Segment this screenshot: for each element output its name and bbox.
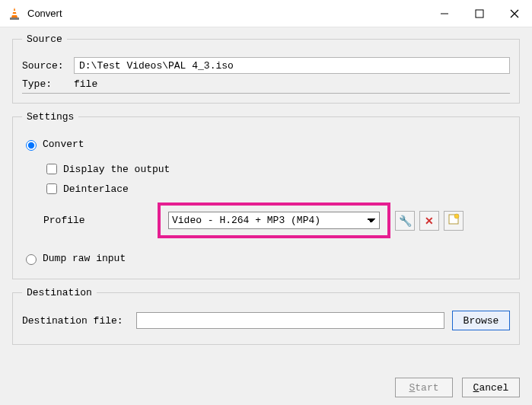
dump-raw-radio[interactable] bbox=[26, 254, 37, 265]
browse-button[interactable]: Browse bbox=[452, 311, 510, 330]
profile-label: Profile bbox=[43, 215, 158, 226]
svg-rect-2 bbox=[12, 14, 18, 15]
destination-legend: Destination bbox=[22, 287, 97, 298]
source-group: Source Source: D:\Test Videos\PAL 4_3.is… bbox=[12, 33, 520, 104]
destination-group: Destination Destination file: Browse bbox=[12, 287, 520, 345]
source-legend: Source bbox=[22, 33, 67, 45]
type-value: file bbox=[74, 78, 97, 90]
cancel-button[interactable]: Cancel bbox=[462, 378, 520, 397]
source-label: Source: bbox=[22, 60, 74, 72]
edit-profile-button[interactable]: 🔧 bbox=[395, 211, 415, 231]
vlc-icon bbox=[8, 7, 21, 21]
settings-group: Settings Convert Display the output Dein… bbox=[12, 111, 520, 279]
source-path: D:\Test Videos\PAL 4_3.iso bbox=[74, 57, 510, 74]
destination-file-label: Destination file: bbox=[22, 315, 136, 327]
svg-marker-0 bbox=[11, 8, 18, 18]
source-divider bbox=[22, 93, 510, 94]
dump-raw-label: Dump raw input bbox=[43, 253, 126, 264]
display-output-checkbox[interactable] bbox=[46, 164, 57, 174]
window-title: Convert bbox=[27, 8, 427, 19]
deinterlace-label: Deinterlace bbox=[63, 183, 129, 195]
delete-icon: ✕ bbox=[425, 215, 434, 227]
profile-select[interactable]: Video - H.264 + MP3 (MP4) bbox=[168, 212, 380, 229]
svg-rect-3 bbox=[10, 18, 19, 20]
new-profile-icon bbox=[448, 213, 460, 228]
destination-file-input[interactable] bbox=[136, 312, 444, 329]
deinterlace-checkbox[interactable] bbox=[46, 183, 57, 194]
maximize-button[interactable] bbox=[462, 0, 497, 27]
profile-highlight: Video - H.264 + MP3 (MP4) bbox=[158, 202, 390, 238]
svg-rect-1 bbox=[13, 11, 17, 12]
display-output-label: Display the output bbox=[63, 164, 170, 175]
convert-radio[interactable] bbox=[26, 140, 37, 151]
wrench-icon: 🔧 bbox=[399, 215, 412, 227]
delete-profile-button[interactable]: ✕ bbox=[419, 211, 439, 231]
start-button[interactable]: Start bbox=[395, 378, 453, 397]
close-button[interactable] bbox=[497, 0, 532, 27]
settings-legend: Settings bbox=[22, 111, 78, 123]
svg-point-9 bbox=[454, 214, 459, 218]
type-label: Type: bbox=[22, 78, 74, 90]
titlebar: Convert bbox=[0, 0, 532, 27]
minimize-button[interactable] bbox=[427, 0, 462, 27]
new-profile-button[interactable] bbox=[444, 211, 464, 231]
svg-rect-5 bbox=[476, 10, 483, 18]
convert-label: Convert bbox=[43, 139, 84, 150]
